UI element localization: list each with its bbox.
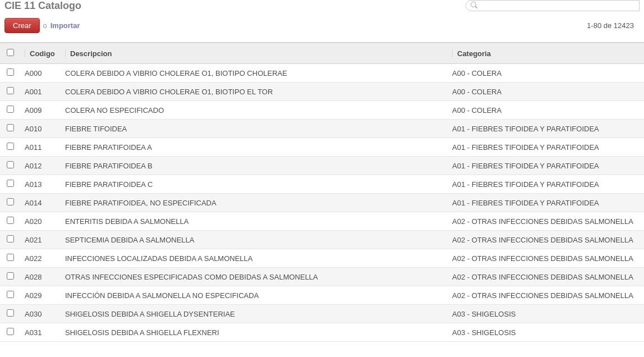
row-checkbox[interactable] [7, 180, 14, 187]
cell-categoria: A01 - FIEBRES TIFOIDEA Y PARATIFOIDEA [448, 175, 644, 194]
cell-categoria: A00 - COLERA [448, 83, 644, 101]
search-input[interactable] [480, 2, 634, 10]
cell-descripcion: COLERA NO ESPECIFICADO [61, 101, 448, 120]
cell-descripcion: COLERA DEBIDO A VIBRIO CHOLERAE O1, BIOT… [61, 64, 448, 83]
cell-categoria: A01 - FIEBRES TIFOIDEA Y PARATIFOIDEA [448, 138, 644, 157]
cell-codigo: A031 [20, 323, 61, 342]
cell-descripcion: FIEBRE PARATIFOIDEA B [61, 157, 448, 175]
row-checkbox[interactable] [7, 328, 14, 335]
search-wrapper[interactable] [466, 0, 640, 11]
cell-descripcion: ENTERITIS DEBIDA A SALMONELLA [61, 212, 448, 231]
cell-descripcion: FIEBRE TIFOIDEA [61, 120, 448, 138]
cell-codigo: A022 [20, 249, 61, 268]
cell-categoria: A02 - OTRAS INFECCIONES DEBIDAS SALMONEL… [448, 249, 644, 268]
row-checkbox[interactable] [7, 87, 14, 94]
cell-codigo: A011 [20, 138, 61, 157]
cell-descripcion: INFECCIÓN DEBIDA A SALMONELLA NO ESPECIF… [61, 286, 448, 305]
row-checkbox[interactable] [7, 309, 14, 317]
cell-codigo: A010 [20, 120, 61, 138]
table-row[interactable]: A014FIEBRE PARATIFOIDEA, NO ESPECIFICADA… [0, 194, 644, 212]
cell-categoria: A01 - FIEBRES TIFOIDEA Y PARATIFOIDEA [448, 157, 644, 175]
row-checkbox[interactable] [7, 254, 14, 261]
row-checkbox[interactable] [7, 291, 14, 298]
cell-codigo: A020 [20, 212, 61, 231]
row-checkbox[interactable] [7, 198, 14, 205]
table-row[interactable]: A031SHIGELOSIS DEBIDA A SHIGELLA FLEXNER… [0, 323, 644, 342]
table-row[interactable]: A030SHIGELOSIS DEBIDA A SHIGELLA DYSENTE… [0, 305, 644, 323]
cell-categoria: A00 - COLERA [448, 101, 644, 120]
cell-descripcion: FIEBRE PARATIFOIDEA C [61, 175, 448, 194]
cell-codigo: A028 [20, 268, 61, 286]
cell-categoria: A01 - FIEBRES TIFOIDEA Y PARATIFOIDEA [448, 120, 644, 138]
row-checkbox[interactable] [7, 217, 14, 224]
cell-codigo: A000 [20, 64, 61, 83]
cell-codigo: A021 [20, 231, 61, 249]
table-row[interactable]: A009COLERA NO ESPECIFICADOA00 - COLERA [0, 101, 644, 120]
cell-codigo: A014 [20, 194, 61, 212]
cell-categoria: A01 - FIEBRES TIFOIDEA Y PARATIFOIDEA [448, 194, 644, 212]
row-checkbox[interactable] [7, 161, 14, 168]
cell-categoria: A03 - SHIGELOSIS [448, 305, 644, 323]
cell-categoria: A02 - OTRAS INFECCIONES DEBIDAS SALMONEL… [448, 286, 644, 305]
row-checkbox[interactable] [7, 106, 14, 113]
table-row[interactable]: A013FIEBRE PARATIFOIDEA CA01 - FIEBRES T… [0, 175, 644, 194]
page-title: CIE 11 Catalogo [4, 0, 81, 12]
cell-descripcion: FIEBRE PARATIFOIDEA, NO ESPECIFICADA [61, 194, 448, 212]
cell-descripcion: SHIGELOSIS DEBIDA A SHIGELLA FLEXNERI [61, 323, 448, 342]
cell-codigo: A001 [20, 83, 61, 101]
select-all-checkbox[interactable] [7, 49, 14, 56]
cell-codigo: A029 [20, 286, 61, 305]
cell-codigo: A030 [20, 305, 61, 323]
row-checkbox[interactable] [7, 143, 14, 150]
row-checkbox[interactable] [7, 68, 14, 76]
cell-categoria: A02 - OTRAS INFECCIONES DEBIDAS SALMONEL… [448, 268, 644, 286]
column-header-descripcion[interactable]: Descripcion [61, 43, 448, 64]
cell-codigo: A013 [20, 175, 61, 194]
cell-categoria: A03 - SHIGELOSIS [448, 323, 644, 342]
cell-descripcion: SEPTICEMIA DEBIDA A SALMONELLA [61, 231, 448, 249]
search-icon [471, 2, 477, 10]
table-row[interactable]: A021SEPTICEMIA DEBIDA A SALMONELLAA02 - … [0, 231, 644, 249]
table-row[interactable]: A001COLERA DEBIDO A VIBRIO CHOLERAE O1, … [0, 83, 644, 101]
table-row[interactable]: A000COLERA DEBIDO A VIBRIO CHOLERAE O1, … [0, 64, 644, 83]
cell-descripcion: SHIGELOSIS DEBIDA A SHIGELLA DYSENTERIAE [61, 305, 448, 323]
cell-descripcion: INFECCIONES LOCALIZADAS DEBIDA A SALMONE… [61, 249, 448, 268]
table-row[interactable]: A010FIEBRE TIFOIDEAA01 - FIEBRES TIFOIDE… [0, 120, 644, 138]
row-checkbox[interactable] [7, 124, 14, 131]
table-row[interactable]: A028OTRAS INFECCIONES ESPECIFICADAS COMO… [0, 268, 644, 286]
toolbar-or: o [43, 21, 47, 30]
column-header-codigo[interactable]: Codigo [20, 43, 61, 64]
table-row[interactable]: A020ENTERITIS DEBIDA A SALMONELLAA02 - O… [0, 212, 644, 231]
cell-descripcion: FIEBRE PARATIFOIDEA A [61, 138, 448, 157]
cell-codigo: A012 [20, 157, 61, 175]
cell-categoria: A02 - OTRAS INFECCIONES DEBIDAS SALMONEL… [448, 231, 644, 249]
table-row[interactable]: A029INFECCIÓN DEBIDA A SALMONELLA NO ESP… [0, 286, 644, 305]
table-row[interactable]: A022INFECCIONES LOCALIZADAS DEBIDA A SAL… [0, 249, 644, 268]
pagination-label: 1-80 de 12423 [587, 21, 640, 30]
table-row[interactable]: A012FIEBRE PARATIFOIDEA BA01 - FIEBRES T… [0, 157, 644, 175]
import-link[interactable]: Importar [50, 21, 80, 30]
cell-categoria: A02 - OTRAS INFECCIONES DEBIDAS SALMONEL… [448, 212, 644, 231]
row-checkbox[interactable] [7, 272, 14, 280]
column-header-categoria[interactable]: Categoria [448, 43, 644, 64]
cell-descripcion: COLERA DEBIDO A VIBRIO CHOLERAE O1, BIOT… [61, 83, 448, 101]
cell-categoria: A00 - COLERA [448, 64, 644, 83]
table-row[interactable]: A011FIEBRE PARATIFOIDEA AA01 - FIEBRES T… [0, 138, 644, 157]
cell-descripcion: OTRAS INFECCIONES ESPECIFICADAS COMO DEB… [61, 268, 448, 286]
create-button[interactable]: Crear [4, 18, 40, 33]
cell-codigo: A009 [20, 101, 61, 120]
data-table: Codigo Descripcion Categoria A000COLERA … [0, 43, 644, 342]
row-checkbox[interactable] [7, 235, 14, 242]
